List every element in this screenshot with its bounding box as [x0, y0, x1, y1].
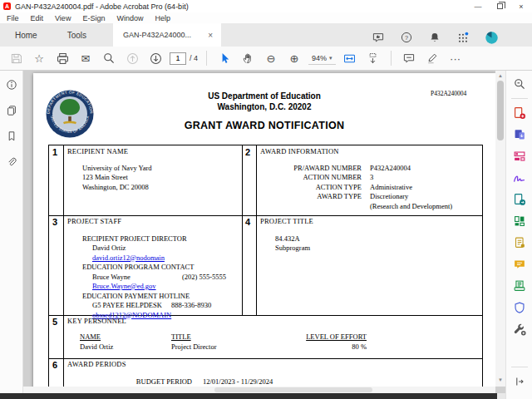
fill-and-sign-icon[interactable]	[510, 169, 529, 187]
document-viewport[interactable]: P432A240004 DEPARTMENT OF EDUCATION UNIT…	[23, 71, 495, 393]
tab-bar: Home Tools GAN-P432A24000... × ?	[0, 23, 532, 47]
section-heading: AWARD INFORMATION	[260, 147, 481, 157]
section-award-information: AWARD INFORMATION PR/AWARD NUMBERP432A24…	[260, 147, 481, 211]
organize-pages-icon[interactable]	[510, 212, 529, 230]
zoom-out-icon[interactable]: ⊖	[262, 49, 280, 67]
fit-width-icon[interactable]	[341, 49, 359, 67]
restore-icon	[497, 3, 503, 9]
section-number: 4	[245, 217, 250, 227]
period-value: 12/01/2023 - 11/29/2024	[203, 377, 273, 386]
document-info-icon[interactable]	[2, 76, 21, 94]
help-icon[interactable]: ?	[397, 28, 416, 47]
tab-document[interactable]: GAN-P432A24000... ×	[113, 23, 221, 47]
recipient-city: Washington, DC 20008	[67, 183, 238, 193]
horizontal-scrollbar-thumb[interactable]	[214, 387, 372, 392]
award-info-row: AWARD TYPEDiscretionary	[260, 192, 481, 202]
horizontal-scrollbar[interactable]	[23, 387, 495, 393]
staff-name: Bruce Wayne	[92, 273, 182, 283]
field-value: 3	[370, 173, 373, 181]
page-scrolling-icon[interactable]	[364, 49, 382, 67]
page-navigation: / 4	[170, 52, 198, 65]
create-pdf-icon[interactable]	[510, 104, 529, 122]
field-label: AWARD TYPE	[260, 192, 362, 202]
request-signatures-icon[interactable]	[510, 234, 529, 252]
restore-button[interactable]	[489, 0, 510, 12]
find-text-icon[interactable]	[510, 75, 529, 93]
table-line	[63, 315, 64, 358]
scroll-down-icon[interactable]: ▼	[498, 375, 503, 385]
minimize-button[interactable]: —	[467, 0, 489, 12]
vertical-scrollbar[interactable]: ▲ ▼	[495, 71, 505, 387]
comment-panel-icon[interactable]	[510, 255, 529, 273]
section-number: 5	[52, 317, 57, 327]
award-info-row: ACTION TYPEAdministrative	[260, 183, 481, 193]
protect-icon[interactable]	[510, 298, 529, 317]
staff-phone: 888-336-8930	[171, 301, 211, 309]
expand-panel-icon[interactable]	[510, 372, 529, 391]
apps-grid-icon[interactable]	[454, 28, 472, 47]
tab-home[interactable]: Home	[0, 23, 52, 47]
menu-file[interactable]: File	[7, 14, 19, 22]
feedback-icon[interactable]	[369, 28, 387, 47]
highlight-tool-icon[interactable]	[423, 49, 441, 67]
personnel-effort: 80 %	[267, 342, 367, 352]
zoom-in-icon[interactable]: ⊕	[285, 49, 303, 67]
personnel-row: David Ortiz Project Director 80 %	[67, 342, 481, 352]
scroll-up-icon[interactable]: ▲	[498, 71, 503, 81]
email-icon[interactable]: ✉	[76, 49, 95, 67]
next-page-icon[interactable]	[146, 49, 165, 67]
field-label: ACTION NUMBER	[260, 173, 362, 183]
search-icon[interactable]	[100, 49, 118, 67]
staff-group-label: EDUCATION PAYMENT HOTLINE	[67, 292, 240, 302]
field-value: Administrative	[370, 183, 412, 191]
staff-email-link[interactable]: Bruce.Wayne@ed.gov	[92, 282, 156, 290]
award-info-row: ACTION NUMBER3	[260, 173, 481, 183]
pdf-page: P432A240004 DEPARTMENT OF EDUCATION UNIT…	[33, 73, 495, 393]
previous-page-icon[interactable]	[123, 49, 141, 67]
save-icon[interactable]	[7, 49, 25, 67]
add-tools-icon[interactable]	[510, 320, 529, 338]
more-options-icon[interactable]: ···	[446, 49, 465, 67]
menu-edit[interactable]: Edit	[31, 14, 44, 22]
zoom-level-select[interactable]: 94% ▾	[308, 52, 336, 65]
field-value: (Research and Development)	[370, 202, 452, 210]
notifications-bell-icon[interactable]	[426, 28, 444, 47]
panel-divider	[511, 98, 528, 99]
column-header-effort: LEVEL OF EFFORT	[267, 332, 367, 342]
window-title: GAN-P432A240004.pdf - Adobe Acrobat Pro …	[15, 2, 189, 11]
page-number-input[interactable]	[170, 52, 186, 65]
menu-help[interactable]: Help	[155, 14, 170, 22]
staff-row: Bruce Wayne(202) 555-5555	[67, 273, 240, 283]
attachments-icon[interactable]	[2, 153, 21, 171]
comment-tool-icon[interactable]	[400, 49, 418, 67]
scan-ocr-icon[interactable]	[510, 277, 529, 295]
star-icon[interactable]: ☆	[30, 49, 48, 67]
menu-window[interactable]: Window	[116, 14, 143, 22]
section-recipient-name: RECIPIENT NAME University of Navy Yard 1…	[67, 147, 238, 192]
menu-view[interactable]: View	[55, 14, 71, 22]
tab-tools[interactable]: Tools	[52, 23, 101, 47]
staff-group-label: EDUCATION PROGRAM CONTACT	[67, 263, 240, 273]
select-tool-icon[interactable]	[215, 49, 234, 67]
page-total-label: / 4	[190, 54, 198, 62]
menu-esign[interactable]: E-Sign	[82, 14, 105, 22]
grant-table: 1 2 3 4 5 6 RECIPIENT NAME University of…	[48, 145, 483, 393]
section-number: 1	[52, 147, 57, 157]
close-button[interactable]: ×	[510, 0, 532, 12]
bookmarks-icon[interactable]	[2, 127, 21, 145]
export-pdf-icon[interactable]	[510, 190, 529, 209]
acrobat-logo-icon: A	[3, 2, 11, 10]
staff-email-link[interactable]: david.ortiz12@nodomain	[92, 254, 165, 262]
edit-pdf-icon[interactable]	[510, 147, 529, 165]
page-thumbnails-icon[interactable]	[2, 101, 21, 120]
hand-tool-icon[interactable]	[239, 49, 257, 67]
chevron-down-icon: ▾	[329, 55, 332, 62]
tab-close-icon[interactable]: ×	[206, 31, 214, 40]
user-avatar[interactable]	[482, 28, 500, 47]
field-value: Discretionary	[370, 192, 408, 200]
table-line	[242, 145, 243, 315]
vertical-scrollbar-thumb[interactable]	[497, 81, 504, 140]
print-icon[interactable]	[53, 49, 71, 67]
table-line	[256, 145, 257, 215]
combine-files-icon[interactable]	[510, 126, 529, 144]
